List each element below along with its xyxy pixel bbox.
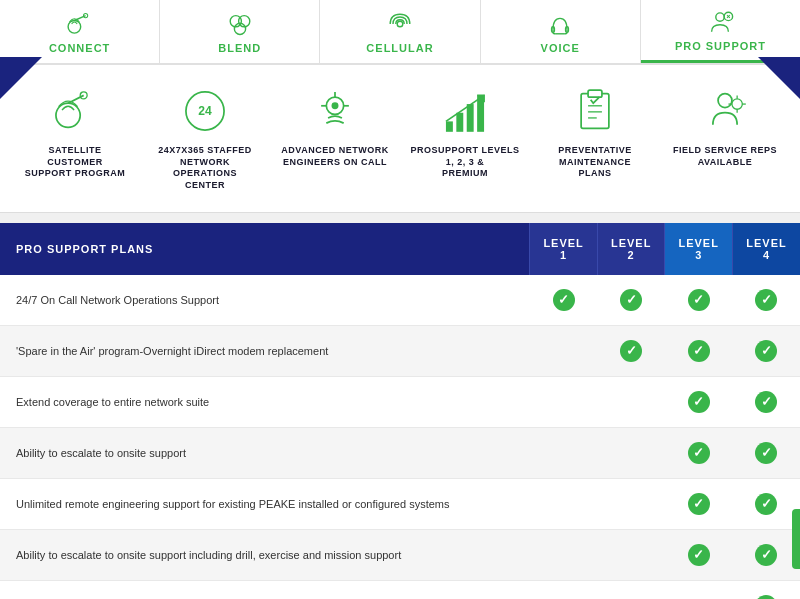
svg-point-10 (716, 13, 724, 21)
check-level4-row0: ✓ (732, 275, 800, 326)
row-label: Ability to escalate to onsite support (0, 427, 530, 478)
check-level4-row5: ✓ (732, 529, 800, 580)
check-level2-row5 (597, 529, 665, 580)
svg-line-15 (68, 95, 84, 103)
check-level4-row6: ✓ (732, 580, 800, 599)
table-row: Ability to escalate to onsite support✓✓ (0, 427, 800, 478)
table-row: Extend coverage to entire network suite✓… (0, 376, 800, 427)
plans-column-header: PRO SUPPORT PLANS (0, 223, 530, 275)
check-icon: ✓ (688, 493, 710, 515)
check-icon: ✓ (688, 442, 710, 464)
svg-point-34 (718, 94, 732, 108)
features-section: SATELLITE CUSTOMER SUPPORT PROGRAM 24 24… (0, 65, 800, 213)
check-level4-row2: ✓ (732, 376, 800, 427)
check-level2-row0: ✓ (597, 275, 665, 326)
row-label: 'Spare in the Air' program-Overnight iDi… (0, 325, 530, 376)
svg-point-6 (397, 21, 403, 27)
staffed-icon: 24 (179, 85, 231, 137)
table-row: Ability to escalate to onsite support in… (0, 529, 800, 580)
check-icon: ✓ (620, 340, 642, 362)
svg-rect-27 (477, 95, 484, 131)
scrollbar[interactable] (792, 509, 800, 569)
check-icon: ✓ (755, 595, 777, 599)
check-level2-row3 (597, 427, 665, 478)
feature-satellite-label: SATELLITE CUSTOMER SUPPORT PROGRAM (20, 145, 130, 180)
table-row: 'Spare in the Air' program-Overnight iDi… (0, 325, 800, 376)
check-level3-row1: ✓ (665, 325, 733, 376)
feature-field-label: FIELD SERVICE REPS AVAILABLE (673, 145, 777, 168)
check-level2-row2 (597, 376, 665, 427)
check-level3-row5: ✓ (665, 529, 733, 580)
check-level1-row4 (530, 478, 598, 529)
check-icon: ✓ (688, 544, 710, 566)
table-row: Unlimited remote engineering support for… (0, 478, 800, 529)
feature-advanced-label: ADVANCED NETWORK ENGINEERS ON CALL (281, 145, 388, 168)
svg-rect-33 (588, 90, 602, 97)
check-level1-row0: ✓ (530, 275, 598, 326)
level4-header: LEVEL 4 (732, 223, 800, 275)
tab-connect[interactable]: CONNECT (0, 0, 160, 63)
support-table: PRO SUPPORT PLANS LEVEL 1 LEVEL 2 LEVEL … (0, 223, 800, 599)
check-icon: ✓ (755, 391, 777, 413)
svg-rect-26 (467, 104, 474, 132)
check-icon: ✓ (755, 544, 777, 566)
check-level2-row4 (597, 478, 665, 529)
check-icon: ✓ (755, 340, 777, 362)
svg-rect-24 (446, 121, 453, 131)
feature-preventative: PREVENTATIVE MAINTENANCE PLANS (540, 85, 650, 180)
feature-prosupport: PROSUPPORT LEVELS 1, 2, 3 & PREMIUM (410, 85, 520, 180)
check-level3-row2: ✓ (665, 376, 733, 427)
tab-voice[interactable]: VOICE (481, 0, 641, 63)
feature-field: FIELD SERVICE REPS AVAILABLE (670, 85, 780, 168)
check-level2-row1: ✓ (597, 325, 665, 376)
row-label: Extend coverage to entire network suite (0, 376, 530, 427)
nav-tabs: CONNECT BLEND CELLULAR (0, 0, 800, 65)
check-level2-row6 (597, 580, 665, 599)
feature-satellite: SATELLITE CUSTOMER SUPPORT PROGRAM (20, 85, 130, 180)
feature-staffed-label: 24X7X365 STAFFED NETWORK OPERATIONS CENT… (150, 145, 260, 192)
svg-rect-29 (581, 94, 609, 129)
prosupport-icon (439, 85, 491, 137)
check-icon: ✓ (755, 289, 777, 311)
svg-point-20 (332, 102, 339, 109)
table-row: 24/7 On Call Network Operations Support✓… (0, 275, 800, 326)
tab-cellular-label: CELLULAR (366, 42, 433, 54)
tab-voice-label: VOICE (541, 42, 580, 54)
check-level1-row3 (530, 427, 598, 478)
check-level1-row1 (530, 325, 598, 376)
check-level3-row0: ✓ (665, 275, 733, 326)
svg-rect-25 (456, 113, 463, 132)
level2-header: LEVEL 2 (597, 223, 665, 275)
feature-advanced: ADVANCED NETWORK ENGINEERS ON CALL (280, 85, 390, 168)
check-icon: ✓ (620, 289, 642, 311)
check-level1-row2 (530, 376, 598, 427)
feature-staffed: 24 24X7X365 STAFFED NETWORK OPERATIONS C… (150, 85, 260, 192)
tab-cellular[interactable]: CELLULAR (320, 0, 480, 63)
check-level4-row4: ✓ (732, 478, 800, 529)
row-label: 24/7 On Call Network Operations Support (0, 275, 530, 326)
check-icon: ✓ (688, 340, 710, 362)
check-level3-row3: ✓ (665, 427, 733, 478)
svg-point-35 (732, 99, 742, 109)
level3-header: LEVEL 3 (665, 223, 733, 275)
level1-header: LEVEL 1 (530, 223, 598, 275)
check-icon: ✓ (688, 289, 710, 311)
check-icon: ✓ (755, 442, 777, 464)
tab-blend[interactable]: BLEND (160, 0, 320, 63)
field-icon (699, 85, 751, 137)
feature-prosupport-label: PROSUPPORT LEVELS 1, 2, 3 & PREMIUM (410, 145, 520, 180)
feature-preventative-label: PREVENTATIVE MAINTENANCE PLANS (540, 145, 650, 180)
tab-pro-support[interactable]: PRO SUPPORT (641, 0, 800, 63)
table-row: Custom preventative maintenance program … (0, 580, 800, 599)
check-icon: ✓ (553, 289, 575, 311)
check-level3-row4: ✓ (665, 478, 733, 529)
check-icon: ✓ (755, 493, 777, 515)
satellite-icon (49, 85, 101, 137)
svg-text:24: 24 (198, 104, 212, 118)
tab-connect-label: CONNECT (49, 42, 110, 54)
check-level3-row6 (665, 580, 733, 599)
row-label: Ability to escalate to onsite support in… (0, 529, 530, 580)
row-label: Custom preventative maintenance program … (0, 580, 530, 599)
tab-blend-label: BLEND (218, 42, 261, 54)
check-level1-row6 (530, 580, 598, 599)
